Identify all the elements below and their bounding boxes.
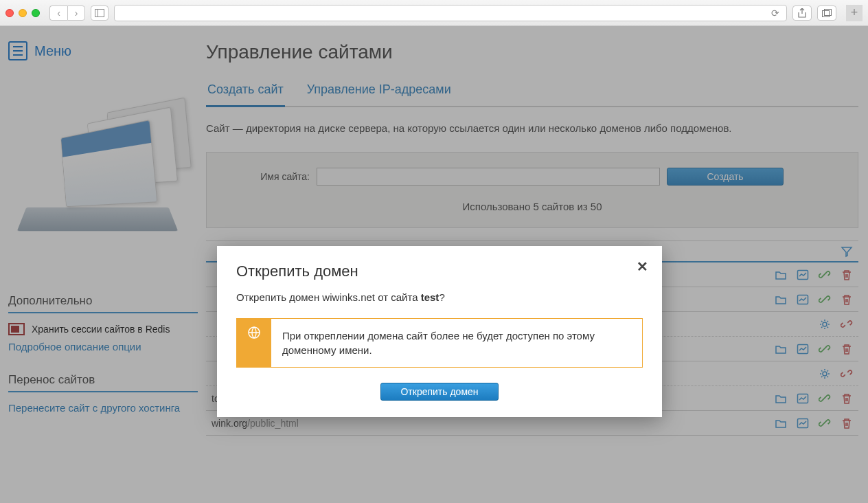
reload-icon[interactable]: ⟳ [771,8,779,19]
nav-buttons: ‹ › [49,5,85,21]
share-button[interactable] [792,5,812,21]
sidebar-toggle-button[interactable] [91,5,108,21]
forward-button[interactable]: › [67,5,85,21]
detach-domain-button[interactable]: Открепить домен [380,383,499,401]
close-icon[interactable]: ✕ [637,258,648,275]
maximize-window-icon[interactable] [32,9,40,17]
minimize-window-icon[interactable] [19,9,27,17]
detach-domain-modal: ✕ Открепить домен Открепить домен wiwink… [217,246,662,417]
back-button[interactable]: ‹ [49,5,67,21]
close-window-icon[interactable] [5,9,14,17]
svg-rect-3 [825,9,832,15]
globe-icon [237,319,271,367]
svg-rect-2 [823,10,830,16]
browser-chrome: ‹ › ⟳ + [0,0,868,26]
modal-title: Открепить домен [236,262,643,280]
new-tab-button[interactable]: + [846,5,863,21]
modal-warning-text: При откреплении домена сайт более не буд… [271,319,642,367]
modal-question: Открепить домен wiwinks.net от сайта tes… [236,291,643,303]
window-controls [5,9,40,17]
tabs-button[interactable] [817,5,836,21]
address-bar[interactable]: ⟳ [114,5,787,21]
svg-rect-0 [95,9,104,16]
modal-warning: При откреплении домена сайт более не буд… [236,318,643,368]
